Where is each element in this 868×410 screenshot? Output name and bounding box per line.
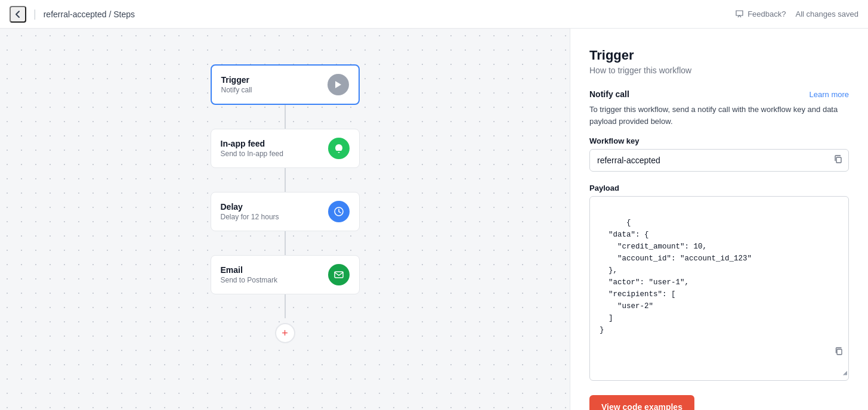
- payload-content: { "data": { "credit_amount": 10, "accoun…: [600, 219, 752, 334]
- header: | referral-accepted / Steps Feedback? Al…: [0, 0, 868, 29]
- workflow-key-label: Workflow key: [589, 136, 849, 145]
- connector-3: [285, 231, 286, 255]
- step-in-app-feed[interactable]: In-app feed Send to In-app feed: [211, 129, 360, 168]
- step-in-app-title: In-app feed: [221, 139, 283, 148]
- breadcrumb: referral-accepted / Steps: [44, 10, 135, 19]
- workflow-canvas: Trigger Notify call In-app feed Send to …: [0, 29, 570, 410]
- main-layout: Trigger Notify call In-app feed Send to …: [0, 29, 868, 410]
- step-delay-title: Delay: [221, 202, 279, 212]
- step-delay-subtitle: Delay for 12 hours: [221, 213, 279, 221]
- add-step-button[interactable]: +: [275, 323, 295, 343]
- step-trigger-icon: [328, 74, 349, 95]
- notify-call-label: Notify call: [589, 89, 629, 99]
- feedback-button[interactable]: Feedback?: [735, 10, 786, 18]
- svg-rect-3: [837, 349, 842, 355]
- notify-call-desc: To trigger this workflow, send a notify …: [589, 104, 849, 127]
- connector-4: [285, 294, 286, 318]
- step-in-app-subtitle: Send to In-app feed: [221, 150, 283, 158]
- step-delay[interactable]: Delay Delay for 12 hours: [211, 192, 360, 231]
- step-email[interactable]: Email Send to Postmark: [211, 255, 360, 294]
- step-trigger-subtitle: Notify call: [221, 86, 252, 94]
- back-button[interactable]: [10, 6, 26, 23]
- step-trigger-title: Trigger: [221, 75, 252, 85]
- connector-1: [285, 105, 286, 129]
- svg-rect-2: [836, 157, 841, 163]
- header-divider: |: [33, 8, 36, 20]
- notify-call-section-header: Notify call Learn more: [589, 89, 849, 99]
- step-email-title: Email: [221, 265, 277, 275]
- view-code-button[interactable]: View code examples: [589, 395, 694, 410]
- payload-box: { "data": { "credit_amount": 10, "accoun…: [589, 196, 849, 381]
- step-trigger[interactable]: Trigger Notify call: [211, 64, 360, 105]
- copy-payload-icon[interactable]: [792, 333, 844, 375]
- resize-handle-icon: ◢: [843, 368, 847, 379]
- copy-workflow-key-icon[interactable]: [833, 154, 843, 166]
- payload-label: Payload: [589, 184, 849, 192]
- panel-subtitle: How to trigger this workflow: [589, 66, 849, 75]
- workflow-steps: Trigger Notify call In-app feed Send to …: [0, 29, 570, 343]
- right-panel: Trigger How to trigger this workflow Not…: [570, 29, 868, 410]
- saved-status: All changes saved: [795, 10, 858, 18]
- svg-rect-1: [335, 272, 343, 278]
- step-in-app-icon: [328, 138, 350, 159]
- step-delay-icon: [328, 201, 350, 222]
- step-email-icon: [328, 264, 350, 285]
- step-email-subtitle: Send to Postmark: [221, 276, 277, 284]
- panel-title: Trigger: [589, 48, 849, 63]
- learn-more-link[interactable]: Learn more: [810, 90, 849, 99]
- connector-2: [285, 168, 286, 192]
- workflow-key-input[interactable]: [589, 149, 849, 172]
- header-right: Feedback? All changes saved: [735, 10, 858, 18]
- workflow-key-field: [589, 149, 849, 172]
